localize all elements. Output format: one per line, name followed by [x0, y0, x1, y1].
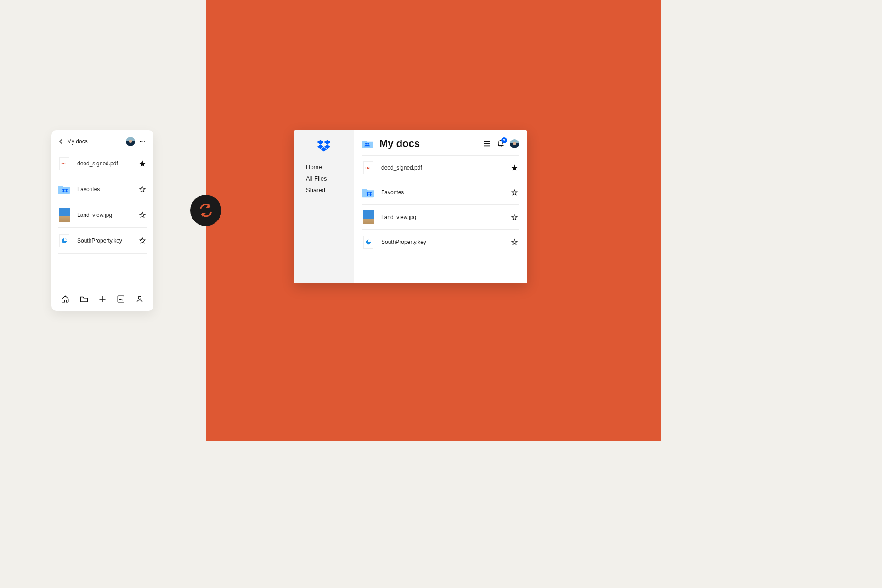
folder-icon [58, 181, 71, 197]
desktop-header: My docs 3 [354, 130, 527, 155]
nav-photos[interactable] [116, 294, 126, 304]
star-button[interactable] [510, 213, 519, 222]
star-button[interactable] [510, 163, 519, 172]
file-row-image[interactable]: Land_view.jpg [362, 205, 519, 230]
image-icon [362, 209, 375, 225]
file-row-pdf[interactable]: PDF deed_signed.pdf [58, 151, 147, 176]
nav-add[interactable] [97, 294, 107, 304]
svg-point-3 [365, 143, 367, 144]
image-icon [58, 207, 71, 223]
file-name: deed_signed.pdf [77, 160, 138, 167]
file-row-folder[interactable]: Favorites [362, 180, 519, 205]
sidebar-link-shared[interactable]: Shared [306, 187, 327, 193]
pdf-icon: PDF [58, 156, 71, 171]
desktop-sidebar: Home All Files Shared [294, 130, 354, 283]
shared-folder-icon [362, 139, 374, 149]
svg-point-4 [368, 143, 369, 144]
file-row-folder[interactable]: Favorites [58, 176, 147, 202]
folder-icon [362, 185, 375, 200]
dropbox-logo-icon[interactable] [317, 140, 331, 152]
sync-icon [190, 195, 221, 226]
mobile-title: My docs [67, 138, 126, 145]
notification-badge: 3 [501, 137, 507, 143]
desktop-main: My docs 3 PDF deed_signed.pdf [354, 130, 527, 283]
sidebar-link-allfiles[interactable]: All Files [306, 175, 327, 182]
nav-account[interactable] [135, 294, 145, 304]
star-button[interactable] [138, 236, 147, 245]
mobile-file-list: PDF deed_signed.pdf Favorites Land_view.… [51, 151, 153, 254]
file-name: SouthProperty.key [77, 237, 138, 244]
file-name: Favorites [381, 189, 510, 196]
file-row-key[interactable]: SouthProperty.key [58, 228, 147, 254]
nav-home[interactable] [60, 294, 70, 304]
star-button[interactable] [138, 185, 147, 194]
more-button[interactable]: ··· [138, 137, 147, 146]
avatar[interactable] [510, 139, 519, 148]
desktop-panel: Home All Files Shared My docs 3 [294, 130, 527, 283]
file-name: Favorites [77, 186, 138, 192]
star-button[interactable] [510, 188, 519, 197]
file-name: SouthProperty.key [381, 239, 510, 245]
nav-files[interactable] [79, 294, 89, 304]
svg-point-2 [138, 296, 141, 299]
svg-rect-1 [118, 296, 124, 302]
mobile-panel: My docs ··· PDF deed_signed.pdf Favorite… [51, 130, 153, 311]
file-name: deed_signed.pdf [381, 164, 510, 171]
mobile-bottom-nav [51, 288, 153, 311]
pdf-icon: PDF [362, 160, 375, 175]
star-button[interactable] [510, 237, 519, 247]
star-button[interactable] [138, 210, 147, 220]
star-button[interactable] [138, 159, 147, 168]
keynote-icon [362, 234, 375, 250]
desktop-file-list: PDF deed_signed.pdf Favorites [354, 155, 527, 254]
notifications-button[interactable]: 3 [496, 139, 505, 148]
mobile-header: My docs ··· [51, 130, 153, 151]
avatar[interactable] [126, 137, 135, 146]
file-row-key[interactable]: SouthProperty.key [362, 230, 519, 254]
list-view-button[interactable] [482, 139, 492, 148]
file-name: Land_view.jpg [77, 212, 138, 218]
file-row-image[interactable]: Land_view.jpg [58, 202, 147, 228]
back-button[interactable] [57, 137, 65, 146]
keynote-icon [58, 233, 71, 249]
file-name: Land_view.jpg [381, 214, 510, 220]
sidebar-link-home[interactable]: Home [306, 164, 327, 170]
desktop-title: My docs [379, 138, 478, 150]
sidebar-links: Home All Files Shared [294, 164, 327, 193]
file-row-pdf[interactable]: PDF deed_signed.pdf [362, 155, 519, 180]
